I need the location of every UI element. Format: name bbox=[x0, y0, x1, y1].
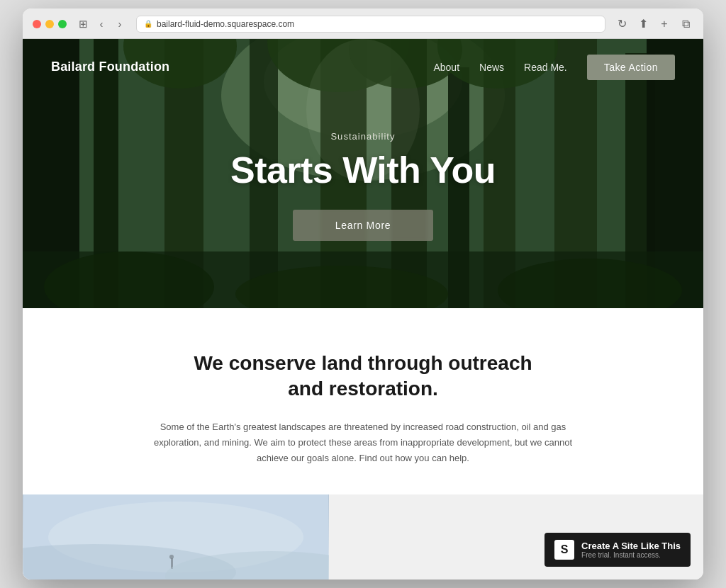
browser-actions: ↻ ⬆ + ⧉ bbox=[614, 16, 693, 32]
nav-news[interactable]: News bbox=[479, 62, 504, 73]
address-bar[interactable]: 🔒 bailard-fluid-demo.squarespace.com bbox=[136, 16, 605, 33]
browser-window: ⊞ ‹ › 🔒 bailard-fluid-demo.squarespace.c… bbox=[23, 9, 703, 579]
back-button[interactable]: ‹ bbox=[94, 16, 109, 32]
hero-title: Starts With You bbox=[230, 149, 496, 191]
content-body: Some of the Earth's greatest landscapes … bbox=[143, 419, 583, 466]
sq-main-text: Create A Site Like This bbox=[581, 541, 681, 551]
hero-subtitle: Sustainability bbox=[330, 131, 395, 142]
hero-section: Bailard Foundation About News Read Me. T… bbox=[23, 39, 703, 308]
tabs-button[interactable]: ⧉ bbox=[678, 16, 693, 32]
site-logo[interactable]: Bailard Foundation bbox=[51, 60, 169, 74]
reload-button[interactable]: ↻ bbox=[614, 16, 630, 32]
minimize-button[interactable] bbox=[45, 20, 54, 28]
nav-read-me[interactable]: Read Me. bbox=[524, 62, 567, 73]
sq-badge-text: Create A Site Like This Free trial. Inst… bbox=[581, 541, 681, 559]
site-nav: Bailard Foundation About News Read Me. T… bbox=[23, 39, 703, 96]
website: Bailard Foundation About News Read Me. T… bbox=[23, 39, 703, 579]
nav-links: About News Read Me. Take Action bbox=[433, 55, 675, 80]
browser-controls: ⊞ ‹ › bbox=[75, 16, 128, 32]
maximize-button[interactable] bbox=[58, 20, 67, 28]
learn-more-button[interactable]: Learn More bbox=[293, 210, 434, 241]
new-tab-button[interactable]: + bbox=[657, 16, 672, 32]
close-button[interactable] bbox=[33, 20, 41, 28]
traffic-lights bbox=[33, 20, 67, 28]
url-text: bailard-fluid-demo.squarespace.com bbox=[157, 19, 294, 29]
sq-sub-text: Free trial. Instant access. bbox=[581, 551, 681, 559]
content-section: We conserve land through outreach and re… bbox=[23, 308, 703, 494]
sidebar-toggle-icon[interactable]: ⊞ bbox=[75, 16, 91, 32]
content-heading: We conserve land through outreach and re… bbox=[193, 351, 533, 402]
hero-content: Sustainability Starts With You Learn Mor… bbox=[23, 96, 703, 241]
browser-chrome: ⊞ ‹ › 🔒 bailard-fluid-demo.squarespace.c… bbox=[23, 9, 703, 39]
bottom-strip: S Create A Site Like This Free trial. In… bbox=[23, 494, 703, 579]
squarespace-logo: S bbox=[554, 540, 574, 560]
squarespace-badge[interactable]: S Create A Site Like This Free trial. In… bbox=[544, 533, 691, 567]
share-button[interactable]: ⬆ bbox=[635, 16, 651, 32]
bottom-image bbox=[23, 494, 329, 579]
nav-cta-button[interactable]: Take Action bbox=[587, 55, 675, 80]
lock-icon: 🔒 bbox=[144, 20, 152, 28]
nav-about[interactable]: About bbox=[433, 62, 459, 73]
forward-button[interactable]: › bbox=[112, 16, 128, 32]
